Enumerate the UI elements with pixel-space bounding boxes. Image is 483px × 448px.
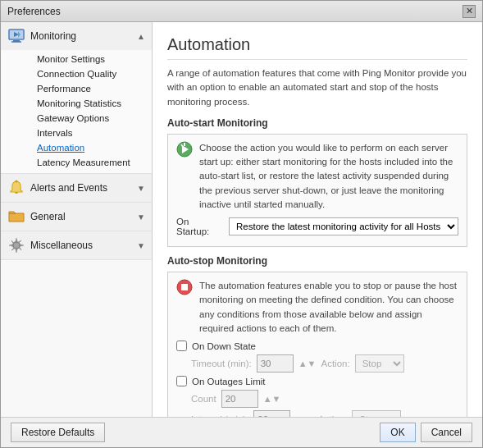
down-state-row: On Down State (176, 341, 458, 351)
outages-action-select: Stop Pause (352, 410, 401, 417)
sidebar-item-performance[interactable]: Performance (30, 81, 152, 96)
down-state-label: On Down State (192, 341, 256, 351)
miscellaneous-chevron: ▼ (137, 241, 145, 250)
sidebar-item-intervals[interactable]: Intervals (30, 126, 152, 140)
auto-start-header-row: Choose the action you would like to perf… (176, 141, 458, 212)
auto-stop-section-title: Auto-stop Monitoring (167, 255, 467, 267)
timeout-spinner: ▲▼ (298, 359, 317, 368)
main-description: A range of automation features that come… (167, 66, 467, 109)
main-panel: Automation A range of automation feature… (153, 22, 482, 417)
sidebar-section-miscellaneous-header[interactable]: Miscellaneous ▼ (1, 231, 152, 259)
interval-input (253, 410, 290, 417)
down-state-checkbox[interactable] (176, 341, 187, 351)
ok-button[interactable]: OK (380, 423, 415, 442)
sidebar-miscellaneous-label: Miscellaneous (30, 240, 132, 251)
down-state-settings-row: Timeout (min): ▲▼ Action: Stop Pause (176, 354, 458, 373)
alerts-chevron: ▼ (137, 184, 145, 193)
svg-point-9 (15, 244, 18, 247)
count-spinner: ▲▼ (263, 394, 281, 404)
interval-row: Interval (min): ▲▼ Action: Stop Pause (176, 410, 458, 417)
startup-select[interactable]: Restore the latest monitoring activity f… (229, 217, 458, 235)
outages-limit-row: On Outages Limit (176, 376, 458, 386)
count-row: Count ▲▼ (176, 390, 458, 408)
sidebar-item-monitoring-statistics[interactable]: Monitoring Statistics (30, 96, 152, 111)
auto-stop-description: The automation features enable you to st… (199, 279, 458, 336)
sidebar-item-gateway-options[interactable]: Gateway Options (30, 111, 152, 126)
auto-stop-icon (176, 279, 193, 298)
monitoring-chevron: ▲ (137, 32, 145, 41)
gear-icon (7, 236, 25, 254)
sidebar-section-monitoring: Monitoring ▲ Monitor Settings Connection… (1, 22, 152, 174)
page-title: Automation (167, 35, 467, 60)
sidebar-section-miscellaneous: Miscellaneous ▼ (1, 231, 152, 260)
preferences-dialog: Preferences ✕ (0, 0, 483, 448)
count-label: Count (191, 394, 216, 404)
svg-point-6 (16, 181, 18, 183)
auto-stop-header-row: The automation features enable you to st… (176, 279, 458, 336)
action-label-1: Action: (321, 359, 349, 368)
sidebar-alerts-label: Alerts and Events (30, 182, 132, 194)
sidebar-section-general-header[interactable]: General ▼ (1, 203, 152, 231)
close-button[interactable]: ✕ (462, 5, 476, 18)
sidebar-general-label: General (30, 211, 132, 222)
sidebar-section-monitoring-header[interactable]: Monitoring ▲ (1, 22, 152, 50)
auto-start-section: Choose the action you would like to perf… (167, 134, 467, 247)
sidebar-item-automation[interactable]: Automation (30, 140, 152, 155)
timeout-input (257, 354, 294, 373)
content-area: Monitoring ▲ Monitor Settings Connection… (1, 22, 482, 417)
folder-icon (7, 208, 25, 226)
down-state-action-select: Stop Pause (355, 354, 404, 373)
sidebar-item-connection-quality[interactable]: Connection Quality (30, 66, 152, 81)
auto-start-description: Choose the action you would like to perf… (199, 141, 458, 212)
restore-defaults-button-footer[interactable]: Restore Defaults (11, 423, 105, 442)
sidebar-monitoring-label: Monitoring (30, 30, 132, 42)
auto-start-icon (176, 141, 193, 160)
ok-cancel-group: OK Cancel (380, 423, 472, 442)
startup-row: On Startup: Restore the latest monitorin… (176, 217, 458, 236)
monitor-icon (7, 27, 25, 45)
startup-label: On Startup: (176, 217, 224, 236)
sidebar-section-alerts: Alerts and Events ▼ (1, 174, 152, 203)
outages-limit-label: On Outages Limit (192, 377, 265, 386)
timeout-label: Timeout (min): (191, 359, 252, 368)
sidebar-item-latency-measurement[interactable]: Latency Measurement (30, 155, 152, 170)
auto-stop-section: The automation features enable you to st… (167, 272, 467, 417)
general-chevron: ▼ (137, 213, 145, 222)
sidebar-section-general: General ▼ (1, 203, 152, 231)
sidebar-item-monitor-settings[interactable]: Monitor Settings (30, 52, 152, 66)
sidebar: Monitoring ▲ Monitor Settings Connection… (1, 22, 153, 417)
bottom-bar: Restore Defaults OK Cancel (1, 417, 482, 447)
auto-start-section-title: Auto-start Monitoring (167, 117, 467, 129)
cancel-button[interactable]: Cancel (421, 423, 472, 442)
dialog-title: Preferences (7, 6, 61, 17)
svg-rect-13 (181, 284, 188, 290)
outages-limit-checkbox[interactable] (176, 376, 187, 386)
monitoring-items: Monitor Settings Connection Quality Perf… (1, 50, 152, 173)
count-input (221, 390, 258, 408)
sidebar-section-alerts-header[interactable]: Alerts and Events ▼ (1, 174, 152, 202)
title-bar: Preferences ✕ (1, 1, 482, 22)
bell-icon (7, 179, 25, 197)
